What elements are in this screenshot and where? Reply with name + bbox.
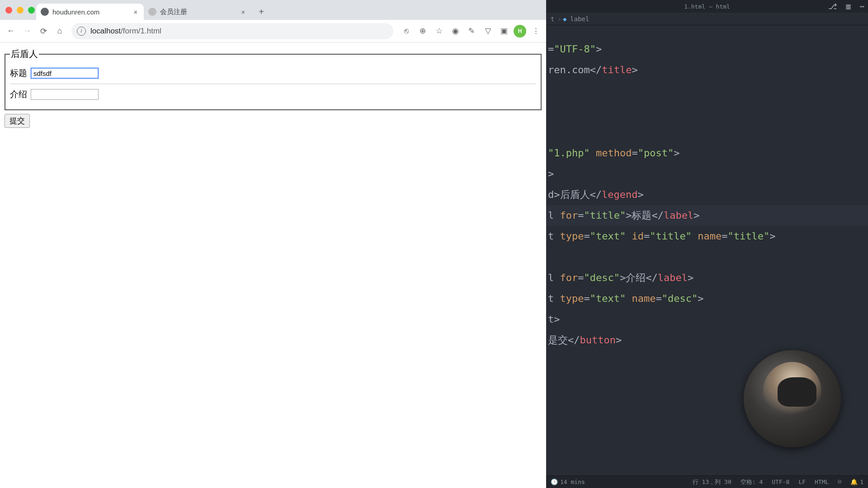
zoom-icon[interactable]: ⊕ bbox=[416, 24, 429, 38]
tag-icon: ◆ bbox=[563, 15, 566, 23]
home-button[interactable]: ⌂ bbox=[52, 24, 67, 38]
vscode-breadcrumb[interactable]: t › ◆ label bbox=[546, 13, 868, 25]
vscode-window: 1.html — html ⎇ ▥ ⋯ t › ◆ label ="UTF-8"… bbox=[546, 0, 868, 488]
status-spaces[interactable]: 空格: 4 bbox=[741, 478, 763, 486]
more-icon[interactable]: ⋯ bbox=[860, 2, 864, 11]
status-clock[interactable]: 🕒 14 mins bbox=[551, 479, 585, 485]
webcam-overlay bbox=[744, 350, 841, 447]
demo-form: 后盾人 标题 介绍 提交 bbox=[5, 48, 542, 128]
address-bar[interactable]: i localhost/form/1.html bbox=[71, 23, 393, 39]
fieldset-legend: 后盾人 bbox=[10, 48, 39, 60]
status-bell-icon[interactable]: 🔔 1 bbox=[850, 479, 863, 485]
tab-title: houdunren.com bbox=[52, 8, 132, 16]
breadcrumb-tag: label bbox=[570, 15, 589, 23]
chevron-right-icon: › bbox=[557, 15, 561, 23]
status-feedback-icon[interactable]: ☺ bbox=[838, 479, 841, 485]
favicon-icon bbox=[41, 8, 49, 16]
forward-button[interactable]: → bbox=[20, 24, 34, 38]
split-editor-icon[interactable]: ▥ bbox=[846, 2, 851, 11]
bookmark-star-icon[interactable]: ☆ bbox=[432, 24, 446, 38]
close-icon[interactable] bbox=[5, 7, 12, 14]
url-host: localhost bbox=[90, 27, 121, 35]
tab-title: 会员注册 bbox=[160, 8, 240, 16]
tab-close-icon[interactable]: × bbox=[240, 8, 247, 15]
browser-toolbar: ← → ⟳ ⌂ i localhost/form/1.html ⎋ ⊕ ☆ ◉ … bbox=[0, 20, 546, 42]
page-content: 后盾人 标题 介绍 提交 bbox=[0, 42, 546, 488]
status-cursor[interactable]: 行 13，列 30 bbox=[693, 478, 731, 486]
vscode-status-bar: 🕒 14 mins 行 13，列 30 空格: 4 UTF-8 LF HTML … bbox=[546, 475, 868, 488]
maximize-icon[interactable] bbox=[28, 7, 35, 14]
title-label[interactable]: 标题 bbox=[10, 67, 27, 79]
favicon-globe-icon bbox=[148, 8, 156, 16]
submit-button[interactable]: 提交 bbox=[5, 114, 30, 128]
translate-icon[interactable]: ⎋ bbox=[400, 24, 413, 38]
reload-button[interactable]: ⟳ bbox=[36, 24, 51, 38]
tab-register[interactable]: 会员注册 × bbox=[144, 4, 251, 20]
site-info-icon[interactable]: i bbox=[77, 27, 86, 36]
breadcrumb-seg: t bbox=[551, 15, 554, 23]
desc-input[interactable] bbox=[31, 89, 99, 100]
minimize-icon[interactable] bbox=[17, 7, 24, 14]
status-encoding[interactable]: UTF-8 bbox=[772, 479, 789, 485]
toolbar-right-icons: ⎋ ⊕ ☆ ◉ ✎ ▽ ▣ H ⋮ bbox=[400, 24, 542, 38]
source-control-icon[interactable]: ⎇ bbox=[828, 2, 837, 11]
profile-avatar[interactable]: H bbox=[514, 25, 526, 38]
tab-houdunren[interactable]: houdunren.com × bbox=[36, 4, 144, 20]
chrome-window: houdunren.com × 会员注册 × + ← → ⟳ ⌂ i local… bbox=[0, 0, 546, 488]
url-path: /form/1.html bbox=[121, 27, 161, 35]
fieldset: 后盾人 标题 介绍 bbox=[5, 48, 542, 110]
status-lang[interactable]: HTML bbox=[815, 479, 829, 485]
menu-icon[interactable]: ⋮ bbox=[529, 24, 542, 38]
extension-icon[interactable]: ◉ bbox=[448, 24, 462, 38]
vscode-title: 1.html — html bbox=[684, 3, 730, 10]
back-button[interactable]: ← bbox=[4, 24, 18, 38]
extension-icon[interactable]: ✎ bbox=[465, 24, 478, 38]
window-traffic-lights bbox=[5, 7, 35, 14]
extension-icon[interactable]: ▽ bbox=[481, 24, 495, 38]
tab-close-icon[interactable]: × bbox=[132, 8, 139, 15]
extension-icon[interactable]: ▣ bbox=[497, 24, 511, 38]
desc-label[interactable]: 介绍 bbox=[10, 89, 27, 100]
status-eol[interactable]: LF bbox=[798, 479, 806, 485]
vscode-title-bar: 1.html — html ⎇ ▥ ⋯ bbox=[546, 0, 868, 13]
tab-bar: houdunren.com × 会员注册 × + bbox=[0, 0, 546, 20]
title-input[interactable] bbox=[31, 68, 99, 79]
new-tab-button[interactable]: + bbox=[254, 5, 269, 19]
